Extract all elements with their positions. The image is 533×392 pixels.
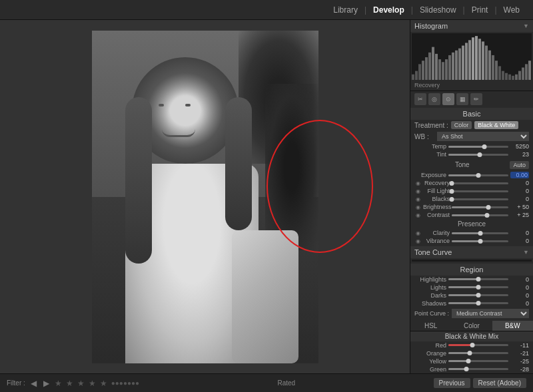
shadows-value: 0 [510, 300, 529, 307]
color-tab[interactable]: Color [451, 321, 492, 331]
brightness-value: + 50 [510, 204, 529, 210]
svg-rect-32 [518, 71, 521, 80]
fill-light-row: ◉ Fill Light 0 [410, 187, 533, 195]
contrast-slider[interactable] [452, 214, 508, 216]
grad-tool[interactable]: ▦ [456, 93, 468, 105]
histogram-title: Histogram [414, 22, 448, 30]
brightness-slider[interactable] [452, 206, 508, 208]
tint-slider[interactable] [448, 154, 508, 156]
tone-curve-header[interactable]: Tone Curve ▼ [410, 246, 533, 258]
recovery-label: Recovery [410, 81, 533, 89]
clarity-label: Clarity [423, 230, 450, 236]
blacks-icon[interactable]: ◉ [414, 196, 421, 202]
point-curve-label: Point Curve : [414, 310, 449, 317]
brightness-icon[interactable]: ◉ [414, 204, 421, 210]
bw-green-slider[interactable] [448, 368, 508, 370]
point-curve-select[interactable]: Medium Contrast [452, 309, 529, 318]
separator-dots: ●●●●●●● [111, 379, 139, 387]
bw-red-slider[interactable] [448, 344, 508, 346]
star-5[interactable]: ★ [100, 379, 107, 388]
reset-btn[interactable]: Reset (Adobe) [473, 378, 526, 388]
star-3[interactable]: ★ [77, 379, 85, 388]
wb-select[interactable]: As Shot [437, 132, 529, 141]
star-2[interactable]: ★ [66, 379, 73, 388]
tone-curve-arrow: ▼ [523, 249, 529, 256]
fill-light-value: 0 [510, 188, 529, 194]
auto-btn[interactable]: Auto [510, 161, 529, 169]
histogram-canvas [412, 33, 532, 80]
svg-rect-9 [442, 62, 444, 80]
bw-orange-slider[interactable] [448, 352, 508, 354]
recovery-slider[interactable] [452, 182, 508, 184]
clarity-icon[interactable]: ◉ [414, 230, 421, 236]
temp-row: Temp 5250 [410, 142, 533, 150]
temp-slider[interactable] [448, 146, 508, 148]
svg-rect-31 [515, 75, 518, 80]
highlights-label: Highlights [414, 276, 446, 283]
tint-value: 23 [510, 151, 529, 158]
bw-tab[interactable]: B&W [492, 321, 533, 331]
lights-label: Lights [414, 284, 446, 291]
tools-row: ✂ ◎ ⊙ ▦ ✏ [410, 91, 533, 107]
bw-green-value: -28 [510, 366, 529, 373]
vibrance-icon[interactable]: ◉ [414, 238, 421, 244]
lights-value: 0 [510, 284, 529, 291]
fill-light-slider[interactable] [452, 190, 508, 192]
star-1[interactable]: ★ [55, 379, 62, 388]
bw-orange-value: -21 [510, 350, 529, 357]
bw-red-value: -11 [510, 342, 529, 349]
nav-slideshow[interactable]: Slideshow [413, 0, 463, 20]
svg-rect-35 [528, 61, 531, 80]
shadows-slider[interactable] [448, 302, 508, 304]
contrast-label: Contrast [423, 212, 450, 218]
exposure-slider[interactable] [448, 174, 508, 176]
nav-library[interactable]: Library [326, 0, 364, 20]
svg-rect-34 [525, 64, 528, 80]
histogram-header[interactable]: Histogram ▼ [410, 20, 533, 32]
color-btn[interactable]: Color [451, 121, 472, 129]
nav-web[interactable]: Web [497, 0, 526, 20]
svg-rect-18 [472, 37, 474, 80]
spot-tool[interactable]: ◎ [428, 93, 440, 105]
fill-light-icon[interactable]: ◉ [414, 188, 421, 194]
highlights-value: 0 [510, 276, 529, 283]
svg-rect-11 [448, 55, 451, 80]
highlights-slider[interactable] [448, 278, 508, 280]
nav-develop[interactable]: Develop [366, 0, 411, 20]
previous-btn[interactable]: Previous [434, 378, 470, 388]
histogram-collapse-arrow: ▼ [523, 23, 529, 29]
hsl-tab[interactable]: HSL [410, 321, 451, 331]
crop-tool[interactable]: ✂ [414, 93, 426, 105]
star-4[interactable]: ★ [89, 379, 96, 388]
contrast-value: + 25 [510, 212, 529, 218]
contrast-icon[interactable]: ◉ [414, 212, 421, 218]
photo-area [0, 20, 410, 373]
svg-rect-28 [505, 73, 508, 80]
darks-slider[interactable] [448, 294, 508, 296]
contrast-row: ◉ Contrast + 25 [410, 211, 533, 219]
svg-rect-19 [475, 36, 478, 80]
svg-rect-20 [478, 39, 481, 80]
blacks-slider[interactable] [452, 198, 508, 200]
wb-label: WB : [414, 133, 434, 140]
nav-print[interactable]: Print [465, 0, 495, 20]
brush-tool[interactable]: ✏ [470, 93, 482, 105]
svg-rect-23 [488, 51, 491, 80]
vibrance-row: ◉ Vibrance 0 [410, 237, 533, 245]
svg-rect-33 [522, 67, 524, 80]
bw-yellow-slider[interactable] [448, 360, 508, 362]
vibrance-slider[interactable] [452, 240, 508, 242]
lights-slider[interactable] [448, 286, 508, 288]
shadows-row: Shadows 0 [410, 299, 533, 307]
clarity-slider[interactable] [452, 232, 508, 234]
next-arrow[interactable]: ▶ [42, 379, 51, 388]
tint-label: Tint [414, 151, 446, 158]
recovery-icon[interactable]: ◉ [414, 180, 421, 186]
bw-btn[interactable]: Black & White [474, 121, 518, 129]
filter-label: Filter : [7, 379, 25, 387]
bw-green-label: Green [414, 366, 446, 373]
prev-arrow[interactable]: ◀ [29, 379, 38, 388]
hsl-tabs: HSL Color B&W [410, 321, 533, 331]
redeye-tool[interactable]: ⊙ [442, 93, 454, 105]
top-navigation: Library | Develop | Slideshow | Print | … [0, 0, 533, 20]
